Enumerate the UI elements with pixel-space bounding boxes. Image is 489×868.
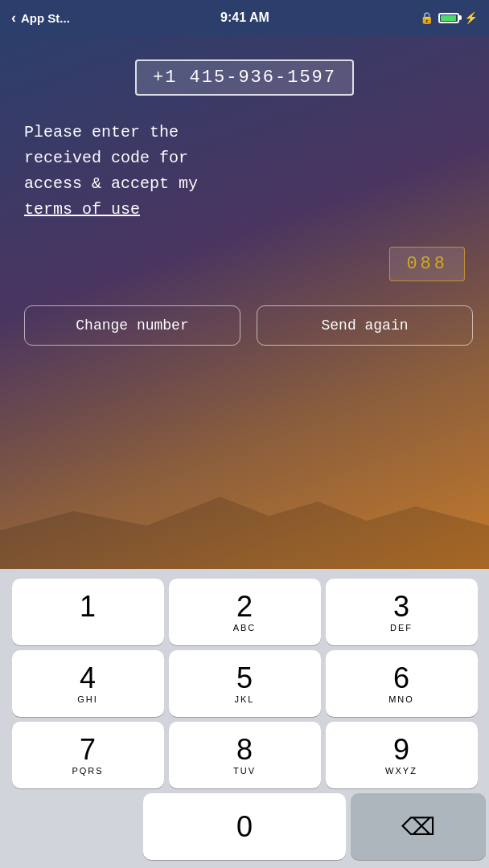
key-6[interactable]: 6 MNO	[326, 650, 478, 717]
charging-icon: ⚡	[464, 11, 478, 24]
change-number-button[interactable]: Change number	[24, 305, 240, 346]
key-empty	[3, 793, 138, 860]
key-2[interactable]: 2 ABC	[169, 579, 321, 645]
action-buttons: Change number Send again	[16, 305, 473, 346]
time-display: 9:41 AM	[220, 10, 269, 25]
code-input-display[interactable]: 088	[389, 247, 465, 281]
back-icon[interactable]: ‹	[11, 10, 16, 27]
backspace-icon: ⌫	[401, 813, 435, 841]
instruction-text: Please enter the received code for acces…	[16, 120, 473, 223]
key-3[interactable]: 3 DEF	[326, 579, 478, 645]
send-again-button[interactable]: Send again	[257, 305, 473, 346]
key-5[interactable]: 5 JKL	[169, 650, 321, 717]
status-left: ‹ App St...	[11, 10, 70, 27]
key-delete[interactable]: ⌫	[351, 793, 486, 860]
phone-number-display: +1 415-936-1597	[135, 59, 354, 96]
key-row-3: 7 PQRS 8 TUV 9 WXYZ	[3, 722, 486, 788]
status-right: 🔒 ⚡	[420, 11, 478, 24]
key-7[interactable]: 7 PQRS	[12, 722, 164, 788]
back-label[interactable]: App St...	[21, 11, 70, 25]
key-0[interactable]: 0	[143, 793, 346, 860]
key-9[interactable]: 9 WXYZ	[326, 722, 478, 788]
lock-icon: 🔒	[420, 11, 434, 24]
key-4[interactable]: 4 GHI	[12, 650, 164, 717]
key-8[interactable]: 8 TUV	[169, 722, 321, 788]
key-row-bottom: 0 ⌫	[3, 793, 486, 860]
key-1[interactable]: 1	[12, 579, 164, 645]
key-row-1: 1 2 ABC 3 DEF	[3, 579, 486, 645]
main-content: +1 415-936-1597 Please enter the receive…	[0, 35, 489, 569]
terms-of-use-link[interactable]: terms of use	[24, 200, 140, 219]
key-row-2: 4 GHI 5 JKL 6 MNO	[3, 650, 486, 717]
battery-icon	[438, 13, 459, 23]
status-bar: ‹ App St... 9:41 AM 🔒 ⚡	[0, 0, 489, 35]
keyboard: 1 2 ABC 3 DEF 4 GHI 5 JKL 6 MNO 7 PQRS	[0, 569, 489, 868]
